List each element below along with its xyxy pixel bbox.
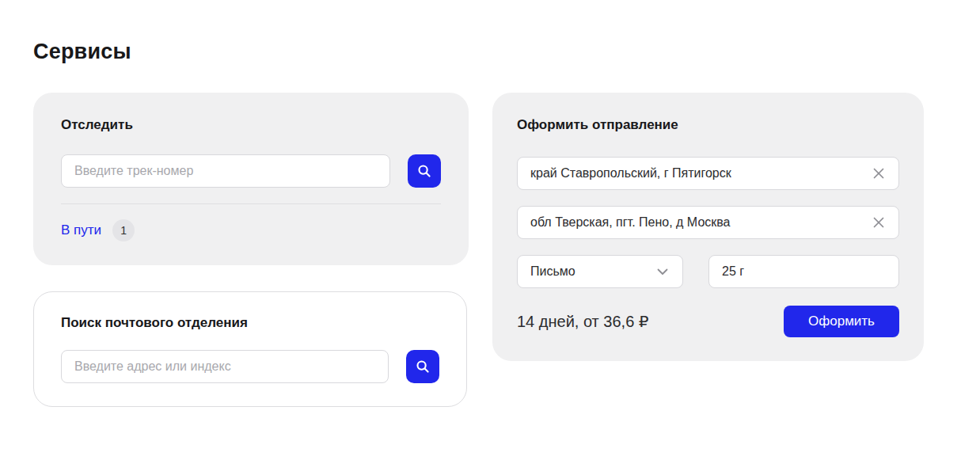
address-or-index-input[interactable] (61, 350, 389, 383)
office-input-row (61, 350, 439, 383)
shipment-footer: 14 дней, от 36,6 ₽ Оформить (517, 306, 899, 337)
weight-field (708, 255, 899, 288)
in-transit-count-badge: 1 (112, 219, 135, 241)
to-address-input[interactable] (517, 206, 899, 239)
close-icon (871, 165, 887, 181)
create-shipment-card: Оформить отправление Письмо (492, 93, 924, 361)
from-address-input[interactable] (517, 157, 899, 190)
submit-shipment-button[interactable]: Оформить (784, 306, 899, 337)
post-office-card-title: Поиск почтового отделения (61, 315, 439, 331)
page-title: Сервисы (33, 40, 131, 64)
track-card-divider (61, 203, 441, 204)
shipment-type-select[interactable]: Письмо (517, 255, 683, 288)
track-card-title: Отследить (61, 117, 441, 133)
delivery-estimate: 14 дней, от 36,6 ₽ (517, 312, 649, 331)
in-transit-row: В пути 1 (61, 219, 441, 241)
close-icon (871, 215, 887, 230)
chevron-down-icon (654, 263, 671, 280)
search-icon (416, 163, 432, 179)
post-office-search-card: Поиск почтового отделения (33, 291, 467, 407)
shipment-type-value: Письмо (530, 264, 575, 279)
track-number-input[interactable] (61, 154, 390, 188)
to-address-clear-button[interactable] (863, 206, 895, 239)
track-card: Отследить В пути 1 (33, 93, 469, 265)
shipment-options-row: Письмо (517, 255, 899, 288)
track-search-button[interactable] (408, 154, 441, 188)
weight-input[interactable] (708, 255, 899, 288)
track-input-row (61, 154, 441, 188)
to-address-field (517, 206, 899, 239)
from-address-clear-button[interactable] (863, 157, 895, 190)
create-shipment-title: Оформить отправление (517, 117, 899, 133)
office-search-button[interactable] (406, 350, 439, 383)
in-transit-link[interactable]: В пути (61, 222, 101, 238)
from-address-field (517, 157, 899, 190)
search-icon (415, 359, 431, 374)
